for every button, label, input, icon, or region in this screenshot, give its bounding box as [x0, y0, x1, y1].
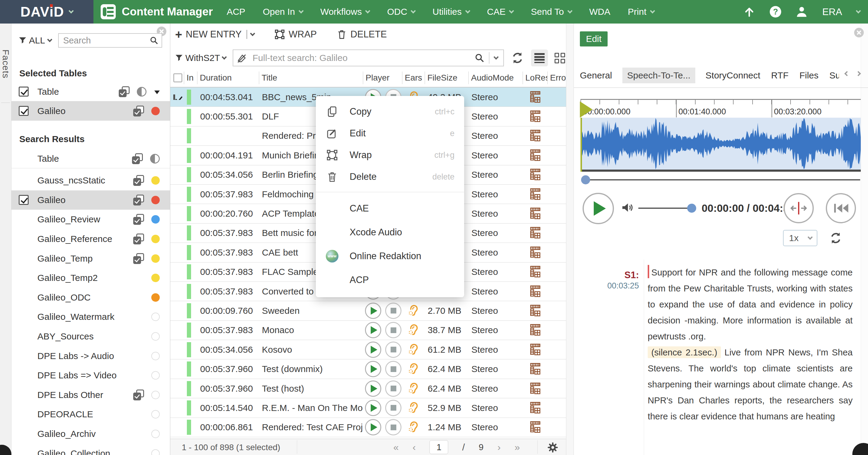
first-page-button[interactable]: « [393, 442, 399, 453]
caret-down-icon[interactable] [154, 90, 160, 94]
transcript-text[interactable]: Support for NPR and the following messag… [644, 259, 861, 455]
status-dot[interactable] [151, 410, 160, 419]
silence-tag[interactable]: (silence 2.1sec.) [648, 346, 721, 358]
table-row[interactable]: 00:05:34.056Kosovo61.2 MBStereo [170, 340, 566, 359]
new-entry-button[interactable]: + NEW ENTRY [175, 29, 254, 40]
column-header-ears[interactable]: Ears [402, 72, 425, 84]
menu-cae[interactable]: CAE [487, 7, 514, 17]
facets-filter-label[interactable]: ALL [29, 35, 45, 46]
multi-select-icon[interactable] [133, 214, 144, 225]
ear-icon[interactable] [407, 382, 421, 395]
chevron-down-icon[interactable] [47, 37, 53, 42]
cell-title[interactable]: Sweeden [259, 306, 363, 316]
play-button[interactable] [365, 342, 381, 358]
status-dot[interactable] [151, 430, 160, 438]
facet-row-galileo-odc[interactable]: Galileo_ODC [11, 288, 170, 308]
lores-icon[interactable] [530, 266, 540, 278]
column-header-audiomode[interactable]: AudioMode [469, 72, 523, 84]
user-label[interactable]: ERA [822, 6, 842, 18]
menu-print[interactable]: Print [628, 7, 654, 17]
menu-odc[interactable]: ODC [387, 7, 415, 17]
menu-item-xcode-audio[interactable]: Xcode Audio [316, 220, 464, 244]
refresh-icon[interactable] [829, 231, 843, 245]
play-button[interactable] [365, 400, 381, 416]
chevron-right-icon[interactable] [856, 71, 861, 76]
status-dot[interactable] [151, 449, 160, 455]
facet-row-table[interactable]: Table [11, 82, 170, 102]
fulltext-search-input[interactable] [233, 50, 474, 66]
menu-item-copy[interactable]: Copyctrl+c [316, 101, 464, 122]
facet-row-galileo-collection[interactable]: Galileo_Collection [11, 444, 170, 455]
speaker-timestamp[interactable]: 00:03:25 [574, 281, 639, 290]
cell-title[interactable]: Rendered: Test CAE Proj… [259, 422, 363, 432]
search-icon[interactable] [474, 53, 485, 63]
status-dot[interactable] [151, 332, 160, 341]
detail-scrollbar[interactable] [861, 24, 868, 455]
select-all-checkbox[interactable] [170, 72, 184, 84]
status-dot[interactable] [151, 107, 160, 115]
lores-icon[interactable] [530, 344, 540, 356]
contrast-icon[interactable] [150, 154, 160, 164]
chevron-down-icon[interactable] [222, 55, 227, 60]
column-header-filesize[interactable]: FileSize [425, 72, 469, 84]
tab-speech-to-te[interactable]: Speech-To-Te... [622, 67, 695, 83]
wrap-button[interactable]: WRAP [274, 29, 317, 40]
status-dot[interactable] [151, 371, 160, 379]
stop-button[interactable] [385, 361, 401, 377]
search-icon[interactable] [150, 36, 158, 45]
lores-icon[interactable] [530, 305, 540, 317]
menu-utilities[interactable]: Utilities [433, 7, 470, 17]
facet-row-galileo-review[interactable]: Galileo_Review [11, 210, 170, 229]
status-dot[interactable] [151, 176, 160, 184]
multi-select-icon[interactable] [132, 153, 143, 164]
facets-search-input[interactable] [58, 33, 162, 48]
stop-button[interactable] [385, 322, 401, 338]
cell-title[interactable]: Test (host) [259, 383, 363, 394]
multi-select-icon[interactable] [133, 390, 144, 400]
list-scrollbar[interactable] [566, 24, 574, 455]
multi-select-icon[interactable] [119, 86, 130, 97]
lores-icon[interactable] [530, 110, 540, 122]
status-dot[interactable] [151, 215, 160, 224]
close-icon[interactable] [854, 28, 864, 37]
column-header-erro[interactable]: Erro [548, 72, 566, 84]
help-icon[interactable]: ? [770, 6, 781, 18]
lores-icon[interactable] [530, 421, 540, 433]
upload-icon[interactable] [743, 6, 755, 18]
menu-item-cae[interactable]: CAE [316, 196, 464, 220]
paragraph-text[interactable]: Live from NPR News, I'm Shea Stevens. Th… [648, 347, 852, 421]
cell-title[interactable]: Monaco [259, 325, 363, 335]
lores-icon[interactable] [530, 363, 540, 375]
multi-select-icon[interactable] [133, 253, 144, 264]
stop-button[interactable] [385, 419, 401, 435]
tab-subclips[interactable]: Subclips [829, 67, 839, 83]
facet-row-galileo-archiv[interactable]: Galileo_Archiv [11, 424, 170, 444]
chevron-left-icon[interactable] [844, 71, 849, 76]
menu-item-delete[interactable]: Deletedelete [316, 166, 464, 188]
refresh-icon[interactable] [510, 51, 524, 65]
lores-icon[interactable] [530, 207, 540, 220]
play-button[interactable] [365, 322, 381, 338]
facet-row-galileo-watermark[interactable]: Galileo_Watermark [11, 307, 170, 327]
multi-select-icon[interactable] [133, 195, 144, 205]
facet-row-galileo[interactable]: Galileo [11, 102, 170, 121]
facet-row-gauss-ncsstatic[interactable]: Gauss_ncsStatic [11, 171, 170, 190]
facets-rail[interactable]: Facets [0, 24, 11, 455]
checkbox[interactable] [19, 106, 29, 116]
chevron-down-icon[interactable] [856, 8, 861, 13]
filter-funnel-icon[interactable] [19, 37, 27, 44]
ear-icon[interactable] [407, 362, 421, 376]
column-header-in[interactable]: In [184, 72, 197, 84]
status-dot[interactable] [151, 274, 160, 282]
table-row[interactable]: 00:00:06.861Rendered: Test CAE Proj…1.24… [170, 418, 566, 437]
menu-item-online-redaktion[interactable]: wwwOnline Redaktion [316, 244, 464, 268]
lores-icon[interactable] [530, 285, 540, 297]
tab-general[interactable]: General [579, 67, 613, 83]
stop-button[interactable] [385, 342, 401, 358]
table-row[interactable]: 00:05:14.540R.E.M. - Man On The Mo…52.9 … [170, 398, 566, 418]
facet-row-aby-sources[interactable]: ABY_Sources [11, 327, 170, 346]
play-button[interactable] [365, 361, 381, 377]
ear-icon[interactable] [407, 323, 421, 337]
prev-page-button[interactable]: ‹ [412, 442, 416, 453]
status-dot[interactable] [151, 293, 160, 302]
